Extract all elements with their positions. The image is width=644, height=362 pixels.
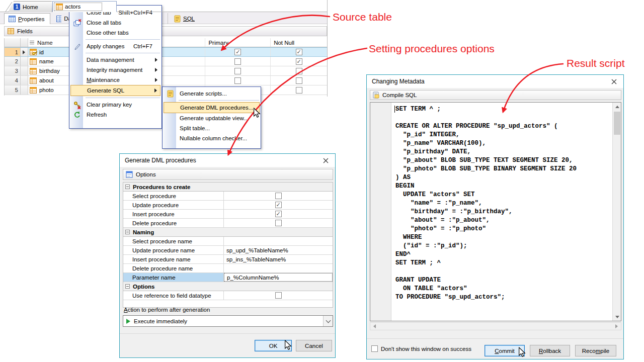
notnull-column-header[interactable]: Not Null	[271, 38, 327, 47]
text-caret	[394, 106, 395, 113]
sql-editor[interactable]: SET TERM ^ ; CREATE OR ALTER PROCEDURE "…	[370, 102, 621, 321]
menu-item-apply-changes[interactable]: Apply changes Ctrl+F7	[70, 41, 160, 51]
primary-checkbox[interactable]	[234, 77, 241, 84]
table-icon	[9, 16, 16, 22]
notnull-checkbox[interactable]: ✓	[296, 49, 302, 55]
table-row-name[interactable]: 2 name ✓	[5, 57, 327, 66]
close-icon[interactable]	[609, 77, 618, 86]
scrollbar-thumb[interactable]	[614, 112, 620, 135]
combobox-dropdown-button[interactable]	[323, 316, 333, 326]
dont-show-checkbox[interactable]	[371, 345, 378, 352]
menu-item-split-table[interactable]: Split table...	[164, 123, 260, 133]
field-icon	[30, 58, 37, 65]
scroll-left-icon[interactable]	[370, 322, 379, 330]
fields-icon	[8, 28, 14, 34]
tab-sql[interactable]: SQL	[170, 13, 199, 24]
option-row-insert-procedure[interactable]: Insert procedure ✓	[123, 210, 333, 219]
rollback-button[interactable]: Rollback	[530, 345, 570, 356]
execute-icon	[126, 319, 130, 324]
option-row-update-procedure-name[interactable]: Update procedure name sp_upd_%TableName%	[123, 246, 333, 255]
primary-checkbox[interactable]	[234, 58, 241, 65]
dont-show-option[interactable]: Don't show this window on success	[371, 345, 471, 352]
update-procedure-name-value[interactable]: sp_upd_%TableName%	[224, 246, 333, 254]
close-icon[interactable]	[321, 156, 330, 165]
menu-item-close-all-tabs[interactable]: Close all tabs	[70, 18, 160, 28]
menu-item-maintenance[interactable]: Maintenance	[70, 75, 160, 85]
fields-panel-header[interactable]: Fields	[4, 26, 327, 36]
scroll-up-icon[interactable]	[613, 103, 621, 111]
dialog-title: Changing Metadata	[372, 78, 425, 85]
apply-changes-icon	[73, 42, 82, 51]
option-row-select-procedure-name[interactable]: Select procedure name	[123, 237, 333, 246]
menu-item-integrity-management[interactable]: Integrity management	[70, 65, 160, 75]
menu-item-generate-sql[interactable]: Generate SQL	[70, 85, 160, 96]
notnull-checkbox[interactable]	[296, 77, 302, 84]
option-row-select-procedure[interactable]: Select procedure	[123, 192, 333, 201]
section-naming[interactable]: Naming	[123, 228, 333, 237]
option-row-parameter-name[interactable]: Parameter name p_%ColumnName%	[123, 273, 333, 282]
tab-home[interactable]: 1 Home	[8, 1, 52, 12]
action-combobox[interactable]: Execute immediately	[123, 315, 333, 327]
table-row-birthday[interactable]: 3 birthday	[5, 66, 327, 76]
primary-checkbox[interactable]	[234, 68, 241, 74]
annotation-source-table: Source table	[333, 11, 392, 23]
option-row-use-reference[interactable]: Use reference to field datatype	[123, 291, 333, 300]
recompile-button[interactable]: Recompile	[575, 345, 616, 356]
menu-item-nullable-column-checker[interactable]: Nullable column checker...	[164, 133, 260, 143]
menu-item-clear-primary-key[interactable]: Clear primary key	[70, 100, 160, 110]
current-row-marker	[23, 50, 25, 54]
table-row-about[interactable]: 4 about	[5, 76, 327, 85]
ok-button[interactable]: OK	[255, 340, 292, 351]
notnull-checkbox[interactable]: ✓	[296, 58, 302, 65]
tab-properties[interactable]: Properties	[4, 13, 50, 24]
insert-procedure-name-value[interactable]: sp_ins_%TableName%	[224, 255, 333, 263]
option-row-delete-procedure-name[interactable]: Delete procedure name	[123, 264, 333, 273]
primary-checkbox[interactable]: ✓	[234, 49, 241, 55]
table-editor-window: Properties Da ons SQL Fields	[0, 0, 328, 97]
menu-item-generate-scripts[interactable]: Generate scripts...	[164, 88, 260, 99]
vertical-scrollbar[interactable]	[612, 103, 621, 321]
collapse-icon[interactable]	[125, 284, 130, 289]
menu-item-data-management[interactable]: Data management	[70, 55, 160, 65]
cancel-button[interactable]: Cancel	[296, 340, 332, 351]
annotation-setting-options: Setting procedures options	[369, 43, 495, 55]
primary-column-header[interactable]: Primary	[205, 38, 271, 47]
delete-procedure-checkbox[interactable]	[275, 220, 282, 226]
field-icon	[30, 87, 37, 94]
insert-procedure-checkbox[interactable]: ✓	[275, 211, 282, 217]
options-toolbar[interactable]: Options	[123, 169, 333, 180]
grid-header-row[interactable]: Name Primary Not Null	[5, 38, 327, 47]
option-row-update-procedure[interactable]: Update procedure ✓	[123, 201, 333, 210]
options-form-icon	[126, 171, 133, 178]
notnull-checkbox[interactable]	[296, 68, 302, 74]
table-icon	[56, 4, 63, 10]
action-combobox-value: Execute immediately	[134, 318, 187, 324]
option-row-insert-procedure-name[interactable]: Insert procedure name sp_ins_%TableName%	[123, 255, 333, 264]
menu-item-close-other-tabs[interactable]: Close other tabs	[70, 28, 160, 38]
section-options[interactable]: Options	[123, 282, 333, 291]
option-row-delete-procedure[interactable]: Delete procedure	[123, 219, 333, 228]
compile-sql-button[interactable]: Compile SQL	[370, 90, 621, 100]
select-procedure-checkbox[interactable]	[275, 193, 282, 199]
update-procedure-checkbox[interactable]: ✓	[275, 202, 282, 208]
use-reference-checkbox[interactable]	[275, 292, 282, 299]
notnull-checkbox[interactable]	[296, 87, 302, 94]
scroll-down-icon[interactable]	[613, 313, 621, 321]
horizontal-scrollbar[interactable]	[370, 322, 621, 330]
menu-item-generate-dml-procedures[interactable]: Generate DML procedures...	[164, 102, 260, 113]
select-procedure-name-value[interactable]	[224, 237, 333, 245]
tab-actors[interactable]: actors	[52, 1, 117, 12]
scroll-right-icon[interactable]	[612, 322, 621, 330]
collapse-icon[interactable]	[125, 185, 130, 189]
table-row-id[interactable]: 1 id ✓ ✓	[5, 47, 327, 57]
submenu-arrow-icon	[154, 88, 157, 93]
collapse-icon[interactable]	[125, 230, 130, 234]
menu-item-generate-updatable-view[interactable]: Generate updatable view...	[164, 113, 260, 123]
delete-procedure-name-value[interactable]	[224, 264, 333, 273]
section-procedures-to-create[interactable]: Procedures to create	[123, 183, 333, 192]
tab-properties-label: Properties	[18, 16, 44, 22]
sql-script-text[interactable]: SET TERM ^ ; CREATE OR ALTER PROCEDURE "…	[395, 105, 577, 302]
commit-button[interactable]: Commit	[485, 345, 525, 356]
parameter-name-value[interactable]: p_%ColumnName%	[224, 273, 333, 282]
menu-item-refresh[interactable]: Refresh	[70, 110, 160, 120]
